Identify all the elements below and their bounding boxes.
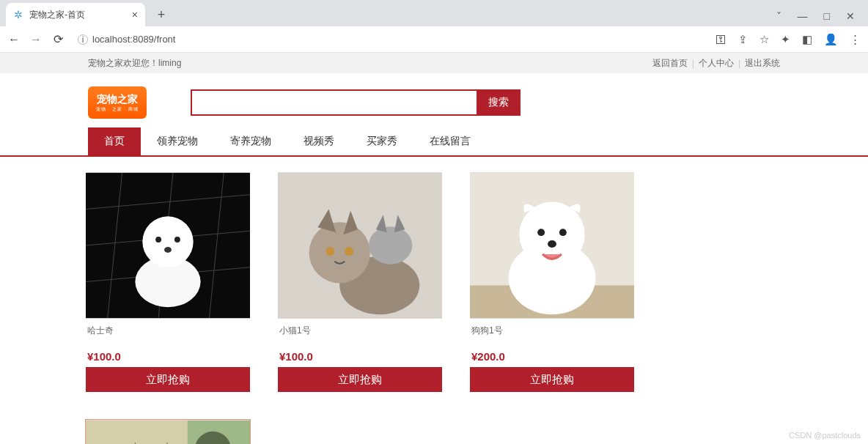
svg-point-10 (174, 237, 180, 243)
link-logout[interactable]: 退出系统 (745, 57, 780, 70)
top-infobar: 宠物之家欢迎您！liming 返回首页 | 个人中心 | 退出系统 (0, 53, 868, 73)
product-name: 小猫1号 (278, 319, 442, 350)
welcome-text: 宠物之家欢迎您！liming (88, 57, 181, 70)
key-icon[interactable]: ⚿ (716, 33, 727, 45)
close-window-icon[interactable]: ✕ (846, 10, 855, 22)
browser-tab[interactable]: ✲ 宠物之家-首页 × (6, 3, 145, 26)
product-price: ¥100.0 (278, 350, 442, 367)
reload-icon[interactable]: ⟳ (51, 32, 65, 46)
menu-icon[interactable]: ⋮ (850, 33, 861, 46)
browser-toolbar: ← → ⟳ i ⚿ ⇪ ☆ ✦ ◧ 👤 ⋮ (0, 26, 868, 53)
buy-button[interactable]: 立即抢购 (470, 367, 634, 392)
search-box: 搜索 (191, 89, 521, 116)
svg-point-9 (155, 237, 161, 243)
sidepanel-icon[interactable]: ◧ (802, 33, 812, 46)
svg-point-8 (142, 216, 193, 267)
product-card: 狗狗1号 ¥200.0 立即抢购 (469, 171, 635, 393)
svg-point-15 (326, 247, 334, 256)
svg-point-16 (345, 247, 353, 256)
url-input[interactable] (92, 34, 327, 45)
window-controls: ˅ — □ ✕ (776, 10, 868, 26)
site-logo[interactable]: 宠物之家 宠物 · 之家 · 商城 (88, 86, 147, 119)
watermark: CSDN @pastclouds (789, 431, 861, 440)
search-button[interactable]: 搜索 (477, 89, 521, 116)
toolbar-right: ⚿ ⇪ ☆ ✦ ◧ 👤 ⋮ (716, 33, 861, 46)
extensions-icon[interactable]: ✦ (781, 33, 790, 46)
favicon-icon: ✲ (13, 10, 23, 20)
nav-item-5[interactable]: 在线留言 (413, 127, 487, 155)
nav-item-0[interactable]: 首页 (88, 127, 141, 155)
maximize-icon[interactable]: □ (824, 10, 830, 22)
new-tab-button[interactable]: + (151, 4, 172, 25)
product-image[interactable] (470, 172, 634, 319)
product-price: ¥100.0 (86, 350, 250, 367)
chevron-down-icon[interactable]: ˅ (776, 10, 781, 22)
svg-point-22 (537, 229, 545, 236)
product-card: 小猫1号 ¥100.0 立即抢购 (277, 171, 443, 393)
logo-text: 宠物之家 (97, 93, 138, 106)
svg-point-23 (559, 229, 567, 236)
header: 宠物之家 宠物 · 之家 · 商城 搜索 (0, 73, 868, 127)
product-image[interactable] (86, 172, 250, 319)
svg-point-17 (369, 226, 412, 264)
product-image[interactable] (278, 172, 442, 319)
svg-point-11 (164, 247, 172, 253)
product-name: 狗狗1号 (470, 319, 634, 350)
search-input[interactable] (191, 89, 477, 116)
browser-tabstrip: ✲ 宠物之家-首页 × + ˅ — □ ✕ (0, 0, 868, 26)
site-info-icon[interactable]: i (78, 34, 88, 45)
close-tab-icon[interactable]: × (132, 9, 138, 21)
product-price: ¥200.0 (470, 350, 634, 367)
nav-item-1[interactable]: 领养宠物 (141, 127, 214, 155)
profile-icon[interactable]: 👤 (824, 33, 838, 46)
forward-icon[interactable]: → (29, 33, 43, 46)
minimize-icon[interactable]: — (798, 10, 808, 22)
nav-item-4[interactable]: 买家秀 (350, 127, 413, 155)
product-grid: 哈士奇 ¥100.0 立即抢购 小猫1号 ¥100.0 立即抢购 狗狗1号 ¥2… (0, 157, 868, 444)
tab-title: 宠物之家-首页 (29, 9, 85, 21)
nav-item-3[interactable]: 视频秀 (287, 127, 350, 155)
product-card: 哈士奇 ¥100.0 立即抢购 (85, 171, 251, 393)
svg-point-14 (309, 222, 370, 283)
share-icon[interactable]: ⇪ (738, 33, 748, 46)
back-icon[interactable]: ← (7, 33, 21, 46)
nav-item-2[interactable]: 寄养宠物 (214, 127, 287, 155)
address-bar[interactable]: i (78, 34, 327, 45)
product-card: 小猫2号 ¥300.0 立即抢购 (85, 419, 251, 444)
star-icon[interactable]: ☆ (760, 33, 769, 46)
link-home[interactable]: 返回首页 (652, 57, 688, 70)
main-nav: 首页领养宠物寄养宠物视频秀买家秀在线留言 (0, 127, 868, 157)
product-image[interactable] (86, 420, 250, 444)
logo-subtext: 宠物 · 之家 · 商城 (96, 106, 139, 113)
buy-button[interactable]: 立即抢购 (86, 367, 250, 392)
svg-point-24 (548, 240, 556, 248)
link-center[interactable]: 个人中心 (699, 57, 734, 70)
buy-button[interactable]: 立即抢购 (278, 367, 442, 392)
product-name: 哈士奇 (86, 319, 250, 350)
